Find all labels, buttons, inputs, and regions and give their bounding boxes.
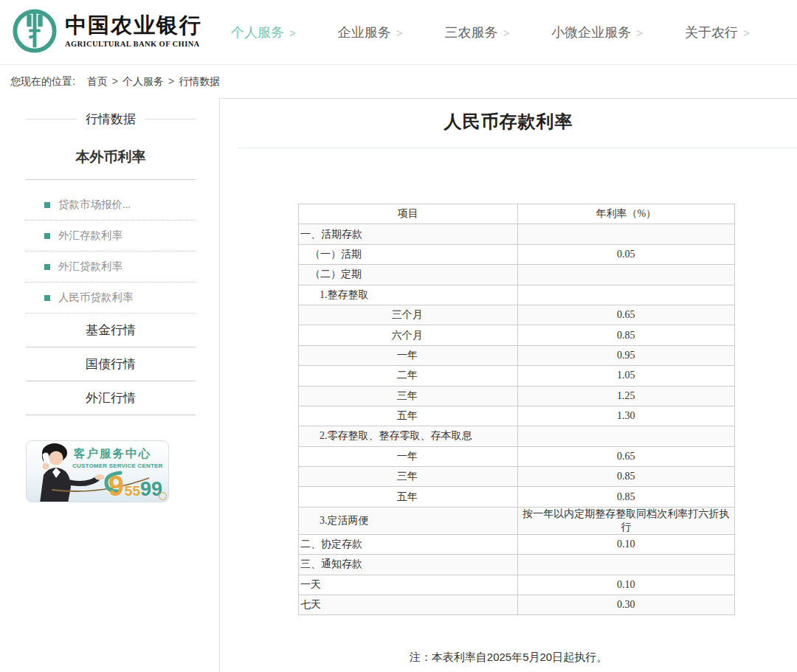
cell-item: 二年 xyxy=(299,366,518,386)
chevron-right-icon: > xyxy=(636,27,643,39)
cell-item: 三年 xyxy=(299,467,518,487)
nav-item-小微企业服务[interactable]: 小微企业服务> xyxy=(551,24,643,41)
square-bullet-icon xyxy=(44,202,50,208)
breadcrumb-link-个人服务[interactable]: 个人服务 xyxy=(123,75,164,87)
cell-item: 五年 xyxy=(299,406,518,426)
customer-service-banner[interactable]: 客户服务中心 CUSTOMER SERVICE CENTER 9 55 99 xyxy=(26,440,169,502)
breadcrumb-separator: > xyxy=(112,75,118,87)
cell-item: 三年 xyxy=(299,386,518,406)
cell-rate: 0.30 xyxy=(517,595,735,615)
table-row: 3.定活两便按一年以内定期整存整取同档次利率打六折执行 xyxy=(299,507,735,534)
table-row: 三年0.85 xyxy=(299,467,735,487)
cell-rate: 0.05 xyxy=(517,244,735,264)
table-row: 三个月0.65 xyxy=(299,305,735,325)
sidebar-market-links: 基金行情国债行情外汇行情 xyxy=(26,314,196,415)
nav-item-label: 企业服务 xyxy=(338,25,391,40)
main-nav: 个人服务>企业服务>三农服务>小微企业服务>关于农行> xyxy=(231,0,792,65)
cell-item: （一）活期 xyxy=(299,244,518,264)
sidebar-section-title-row: 行情数据 xyxy=(26,111,196,128)
nav-item-个人服务[interactable]: 个人服务> xyxy=(231,24,296,41)
chevron-right-icon: > xyxy=(503,27,510,39)
cell-rate xyxy=(517,224,735,244)
registered-badge-icon xyxy=(159,492,167,500)
sidebar-item-贷款市场报价[interactable]: 贷款市场报价... xyxy=(26,190,196,221)
cell-rate: 0.85 xyxy=(517,487,735,507)
sidebar-section-title: 行情数据 xyxy=(86,111,136,128)
table-row: 1.整存整取 xyxy=(299,285,735,305)
table-row: 一天0.10 xyxy=(299,575,735,595)
col-header-item: 项目 xyxy=(299,204,518,224)
decorative-line xyxy=(26,119,77,119)
cell-rate: 0.65 xyxy=(517,305,735,325)
bank-logo[interactable]: 中国农业银行 AGRICULTURAL BANK OF CHINA xyxy=(12,8,202,54)
chevron-right-icon: > xyxy=(289,27,296,39)
cell-item: 三个月 xyxy=(299,305,518,325)
sidebar-item-label: 贷款市场报价... xyxy=(58,198,131,212)
phone-digits-gold: 55 xyxy=(125,484,140,498)
breadcrumb: 您现在的位置: 首页>个人服务>行情数据 xyxy=(0,65,797,98)
square-bullet-icon xyxy=(44,233,50,239)
cell-rate xyxy=(517,285,735,305)
phone-digit-big: 9 xyxy=(108,474,124,498)
square-bullet-icon xyxy=(44,264,50,270)
cell-item: 一年 xyxy=(299,446,518,466)
cell-item: 五年 xyxy=(299,487,518,507)
sidebar-item-label: 外汇存款利率 xyxy=(58,229,123,243)
cell-rate: 0.65 xyxy=(517,446,735,466)
sidebar-item-benwaibi-lilv[interactable]: 本外币利率 xyxy=(26,148,196,180)
bank-name-cn: 中国农业银行 xyxy=(65,14,202,38)
sidebar-link-基金行情[interactable]: 基金行情 xyxy=(26,314,196,347)
nav-item-label: 个人服务 xyxy=(231,25,284,40)
chevron-right-icon: > xyxy=(743,27,750,39)
cell-rate: 0.10 xyxy=(517,534,735,554)
nav-item-三农服务[interactable]: 三农服务> xyxy=(445,24,510,41)
cell-rate: 按一年以内定期整存整取同档次利率打六折执行 xyxy=(517,507,735,534)
nav-item-企业服务[interactable]: 企业服务> xyxy=(338,24,403,41)
cell-rate xyxy=(517,555,735,575)
cell-item: 三、通知存款 xyxy=(299,555,518,575)
sidebar: 行情数据 本外币利率 贷款市场报价...外汇存款利率外汇贷款利率人民币贷款利率 … xyxy=(26,103,196,502)
table-row: 三年1.25 xyxy=(299,386,735,406)
cell-rate: 0.10 xyxy=(517,575,735,595)
col-header-rate: 年利率（%） xyxy=(517,204,735,224)
table-row: 一年0.65 xyxy=(299,446,735,466)
cell-item: 一、活期存款 xyxy=(299,224,518,244)
cell-rate: 1.05 xyxy=(517,366,735,386)
cell-rate: 0.95 xyxy=(517,345,735,365)
cell-rate: 0.85 xyxy=(517,467,735,487)
cell-item: 一年 xyxy=(299,345,518,365)
abc-logo-icon xyxy=(12,8,58,54)
nav-item-label: 小微企业服务 xyxy=(551,25,631,40)
table-row: 一、活期存款 xyxy=(299,224,735,244)
table-row: （二）定期 xyxy=(299,265,735,285)
decorative-line xyxy=(145,119,196,119)
bank-name-en: AGRICULTURAL BANK OF CHINA xyxy=(65,40,202,48)
sidebar-link-外汇行情[interactable]: 外汇行情 xyxy=(26,381,196,415)
table-row: 七天0.30 xyxy=(299,595,735,615)
sidebar-item-人民币贷款利率[interactable]: 人民币贷款利率 xyxy=(26,283,196,314)
table-row: 五年1.30 xyxy=(299,406,735,426)
breadcrumb-separator: > xyxy=(168,75,174,87)
cell-item: 3.定活两便 xyxy=(299,507,518,534)
cell-item: （二）定期 xyxy=(299,265,518,285)
cell-item: 1.整存整取 xyxy=(299,285,518,305)
table-row: 二、协定存款0.10 xyxy=(299,534,735,554)
table-row: 一年0.95 xyxy=(299,345,735,365)
breadcrumb-link-首页[interactable]: 首页 xyxy=(87,75,108,87)
cell-rate: 0.85 xyxy=(517,325,735,345)
sidebar-item-label: 人民币贷款利率 xyxy=(58,291,134,305)
sidebar-item-外汇存款利率[interactable]: 外汇存款利率 xyxy=(26,221,196,252)
breadcrumb-label: 您现在的位置: xyxy=(10,75,75,87)
nav-item-关于农行[interactable]: 关于农行> xyxy=(685,24,750,41)
brand-text: 中国农业银行 AGRICULTURAL BANK OF CHINA xyxy=(65,14,202,48)
sidebar-item-外汇贷款利率[interactable]: 外汇贷款利率 xyxy=(26,252,196,283)
table-header-row: 项目 年利率（%） xyxy=(299,204,735,224)
sidebar-link-国债行情[interactable]: 国债行情 xyxy=(26,347,196,381)
breadcrumb-link-行情数据[interactable]: 行情数据 xyxy=(179,75,220,87)
cell-rate xyxy=(517,265,735,285)
table-row: 二年1.05 xyxy=(299,366,735,386)
cell-rate: 1.30 xyxy=(517,406,735,426)
table-row: （一）活期0.05 xyxy=(299,244,735,264)
nav-item-label: 关于农行 xyxy=(685,25,738,40)
table-row: 五年0.85 xyxy=(299,487,735,507)
